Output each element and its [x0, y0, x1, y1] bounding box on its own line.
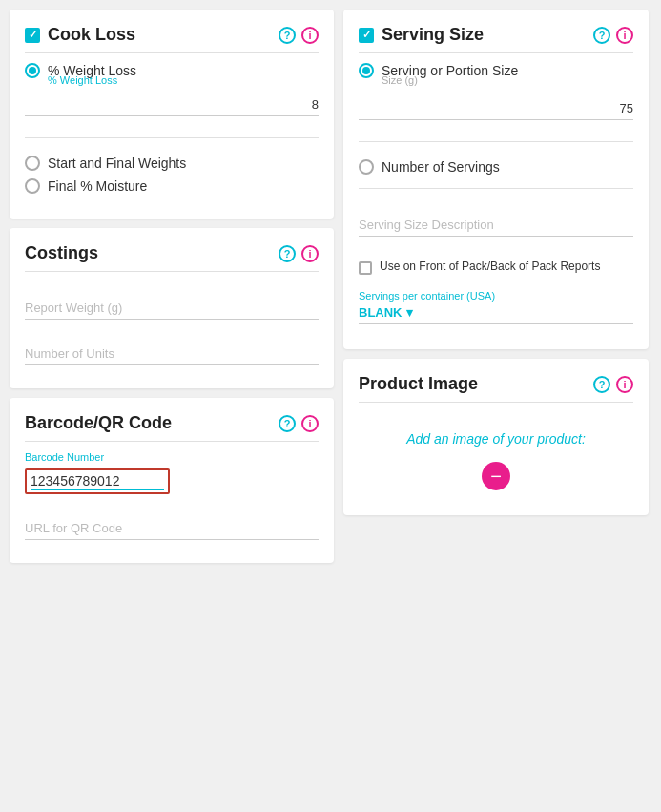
cook-loss-header: Cook Loss ? i [25, 25, 319, 53]
product-image-icons: ? i [593, 376, 633, 393]
radio-item-weight-loss: % Weight Loss % Weight Loss [25, 63, 319, 124]
radio-final-moisture-label: Final % Moisture [48, 178, 147, 194]
radio-weight-loss-inner [29, 67, 36, 74]
cook-loss-options: % Weight Loss % Weight Loss Start and Fi… [25, 63, 319, 194]
serving-size-info-icon[interactable]: i [616, 27, 633, 44]
barcode-number-section: Barcode Number [25, 451, 319, 498]
weight-loss-input[interactable] [25, 94, 319, 116]
radio-start-final[interactable]: Start and Final Weights [25, 156, 319, 171]
radio-weight-loss-outer [25, 63, 40, 78]
barcode-number-input[interactable] [31, 473, 164, 490]
radio-serving-portion-outer [359, 63, 374, 78]
front-of-pack-checkbox[interactable] [359, 261, 372, 275]
cook-loss-help-icon[interactable]: ? [279, 27, 296, 44]
cook-loss-info-icon[interactable]: i [301, 27, 319, 44]
blank-dropdown[interactable]: BLANK ▾ [359, 305, 413, 320]
product-image-help-icon[interactable]: ? [593, 376, 610, 393]
costings-title: Costings [25, 243, 98, 263]
cook-loss-title: Cook Loss [25, 25, 135, 45]
servings-container-label: Servings per container (USA) [359, 290, 633, 302]
product-image-card: Product Image ? i Add an image of your p… [343, 359, 649, 515]
barcode-icons: ? i [279, 415, 319, 432]
cook-loss-checkbox[interactable] [25, 28, 40, 43]
blank-label: BLANK [359, 305, 403, 320]
product-image-header: Product Image ? i [359, 374, 633, 403]
radio-serving-portion-inner [362, 67, 370, 74]
radio-final-moisture-outer [25, 178, 40, 194]
product-image-info-icon[interactable]: i [616, 376, 633, 393]
barcode-input-wrapper [25, 468, 170, 494]
serving-size-checkbox[interactable] [359, 28, 374, 43]
barcode-title: Barcode/QR Code [25, 413, 172, 433]
cook-loss-card: Cook Loss ? i % Weight Loss % Weight Los… [10, 10, 334, 219]
front-of-pack-row: Use on Front of Pack/Back of Pack Report… [359, 260, 633, 275]
barcode-header: Barcode/QR Code ? i [25, 413, 319, 442]
costings-help-icon[interactable]: ? [279, 245, 296, 262]
serving-size-icons: ? i [593, 27, 633, 44]
number-of-units-input[interactable] [25, 343, 319, 365]
radio-num-servings-outer [359, 159, 374, 175]
serving-size-header: Serving Size ? i [359, 25, 633, 53]
serving-size-help-icon[interactable]: ? [593, 27, 610, 44]
radio-start-final-outer [25, 156, 40, 171]
remove-image-button[interactable] [482, 462, 510, 490]
serving-desc-input[interactable] [359, 214, 633, 237]
blank-dropdown-row: BLANK ▾ [359, 305, 633, 320]
product-image-area: Add an image of your product: [359, 412, 633, 500]
serving-size-options: Serving or Portion Size Size (g) Number … [359, 63, 633, 324]
url-qr-input[interactable] [25, 517, 319, 540]
radio-item-serving-portion: Serving or Portion Size Size (g) [359, 63, 633, 128]
front-of-pack-label: Use on Front of Pack/Back of Pack Report… [380, 260, 600, 273]
product-image-title: Product Image [359, 374, 478, 394]
chevron-down-icon: ▾ [406, 305, 413, 320]
serving-size-card: Serving Size ? i Serving or Portion Size… [343, 10, 649, 349]
barcode-info-icon[interactable]: i [301, 415, 319, 432]
barcode-number-label: Barcode Number [25, 451, 319, 463]
product-image-emphasis: an image of your product [434, 431, 582, 447]
serving-size-title: Serving Size [359, 25, 484, 45]
serving-size-input[interactable] [359, 97, 633, 120]
costings-card: Costings ? i [10, 228, 334, 388]
costings-icons: ? i [279, 245, 319, 262]
barcode-card: Barcode/QR Code ? i Barcode Number [10, 398, 334, 563]
barcode-help-icon[interactable]: ? [279, 415, 296, 432]
costings-info-icon[interactable]: i [301, 245, 319, 262]
costings-header: Costings ? i [25, 243, 319, 272]
radio-final-moisture[interactable]: Final % Moisture [25, 178, 319, 194]
cook-loss-icons: ? i [279, 27, 319, 44]
radio-num-servings[interactable]: Number of Servings [359, 159, 633, 175]
radio-num-servings-label: Number of Servings [382, 159, 500, 175]
radio-weight-loss-sublabel: % Weight Loss [48, 74, 319, 86]
dropdown-underline [359, 322, 633, 324]
report-weight-input[interactable] [25, 297, 319, 320]
radio-start-final-label: Start and Final Weights [48, 156, 186, 171]
product-image-add-text: Add an image of your product: [406, 431, 586, 447]
servings-container-section: Servings per container (USA) BLANK ▾ [359, 290, 633, 324]
